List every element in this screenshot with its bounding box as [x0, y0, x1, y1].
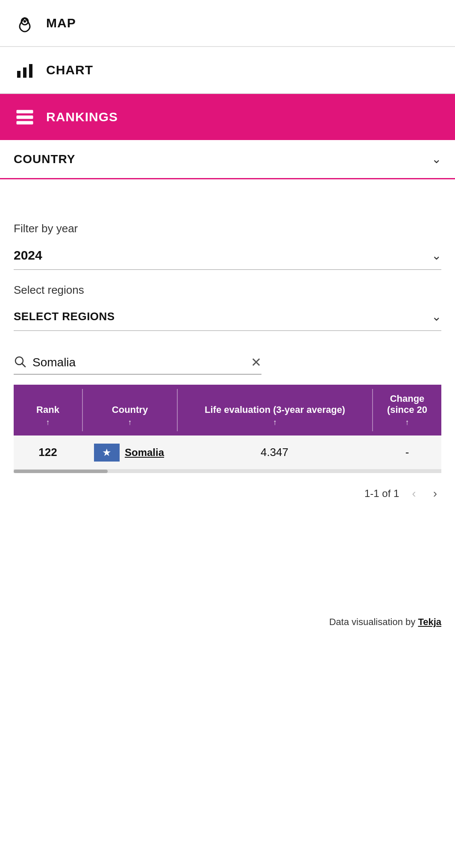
year-value: 2024: [14, 248, 42, 263]
regions-value: SELECT REGIONS: [14, 310, 115, 323]
td-change: -: [373, 439, 441, 466]
pagination: 1-1 of 1 ‹ ›: [0, 473, 455, 514]
svg-line-12: [22, 363, 25, 367]
svg-rect-4: [29, 64, 32, 78]
map-label: MAP: [46, 16, 76, 30]
regions-filter-label: Select regions: [14, 283, 441, 297]
pagination-next-button[interactable]: ›: [429, 485, 441, 502]
svg-rect-3: [23, 67, 26, 78]
flag-star-icon: ★: [102, 447, 112, 459]
search-clear-button[interactable]: ✕: [251, 355, 261, 370]
change-sort-icon: ↑: [405, 418, 409, 427]
year-filter-label: Filter by year: [14, 222, 441, 235]
rankings-table: Rank ↑ Country ↑ Life evaluation (3-year…: [14, 385, 441, 470]
regions-chevron-icon: ⌄: [432, 310, 441, 324]
svg-rect-2: [17, 71, 21, 78]
footer-text: Data visualisation by: [329, 617, 418, 627]
tekja-link[interactable]: Tekja: [418, 617, 441, 627]
table-body: 122 ★ Somalia 4.347 -: [14, 435, 441, 470]
th-rank[interactable]: Rank ↑: [14, 385, 82, 435]
th-change[interactable]: Change (since 20 ↑: [373, 385, 441, 435]
th-country[interactable]: Country ↑: [83, 385, 177, 435]
search-input[interactable]: Somalia: [32, 356, 245, 369]
td-rank: 122: [14, 439, 82, 466]
country-sort-icon: ↑: [128, 418, 132, 427]
year-dropdown[interactable]: 2024 ⌄: [14, 241, 441, 270]
search-icon: [14, 355, 26, 370]
chart-label: CHART: [46, 63, 93, 77]
rankings-icon: [14, 106, 36, 128]
th-life-evaluation[interactable]: Life evaluation (3-year average) ↑: [178, 385, 372, 435]
nav-map[interactable]: MAP: [0, 0, 455, 47]
country-link[interactable]: Somalia: [125, 447, 164, 459]
rank-sort-icon: ↑: [46, 418, 50, 427]
chart-icon: [14, 59, 36, 81]
search-section: Somalia ✕: [0, 345, 455, 374]
year-chevron-icon: ⌄: [432, 248, 441, 263]
footer: Data visualisation by Tekja: [0, 599, 455, 640]
pagination-prev-button[interactable]: ‹: [408, 485, 420, 502]
nav-chart[interactable]: CHART: [0, 47, 455, 94]
country-dropdown-label: COUNTRY: [14, 152, 75, 166]
map-icon: [14, 12, 36, 34]
filters-section: Filter by year 2024 ⌄ Select regions SEL…: [0, 205, 455, 331]
rankings-label: RANKINGS: [46, 110, 118, 124]
pagination-info: 1-1 of 1: [364, 488, 399, 500]
svg-point-1: [23, 20, 26, 23]
search-box: Somalia ✕: [14, 355, 261, 374]
nav-rankings[interactable]: RANKINGS: [0, 94, 455, 140]
country-chevron-icon: ⌄: [432, 152, 441, 166]
table-row: 122 ★ Somalia 4.347 -: [14, 435, 441, 470]
table-scrollbar-thumb: [14, 470, 108, 473]
life-sort-icon: ↑: [273, 418, 277, 427]
regions-dropdown[interactable]: SELECT REGIONS ⌄: [14, 303, 441, 331]
table-header: Rank ↑ Country ↑ Life evaluation (3-year…: [14, 385, 441, 435]
country-dropdown[interactable]: COUNTRY ⌄: [0, 140, 455, 179]
table-scrollbar[interactable]: [14, 470, 441, 473]
somalia-flag: ★: [94, 444, 120, 462]
td-country: ★ Somalia: [82, 437, 176, 468]
td-life-evaluation: 4.347: [176, 439, 373, 466]
